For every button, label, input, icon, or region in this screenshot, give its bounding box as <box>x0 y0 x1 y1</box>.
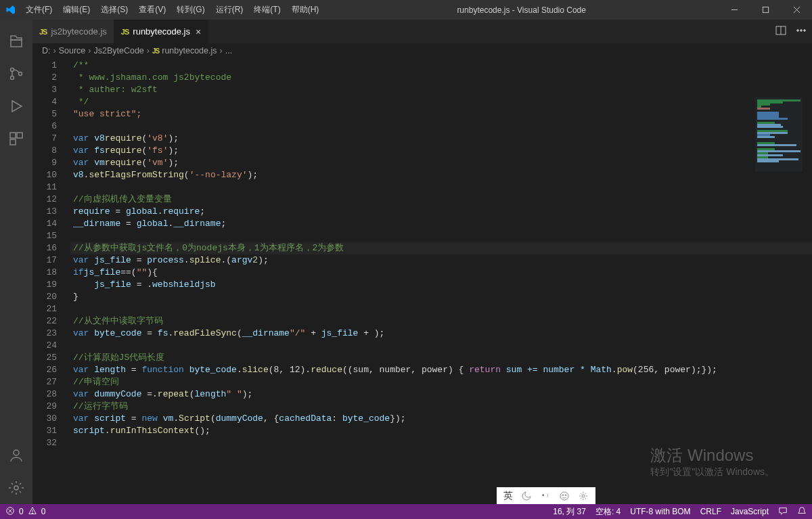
svg-point-21 <box>565 495 566 495</box>
svg-marker-7 <box>12 101 22 112</box>
svg-point-5 <box>11 76 14 80</box>
maximize-button[interactable] <box>750 0 781 20</box>
svg-point-6 <box>19 72 22 76</box>
language-mode[interactable]: JavaScript <box>731 507 769 516</box>
cursor-position[interactable]: 16, 列 37 <box>553 506 586 518</box>
svg-point-17 <box>804 30 806 32</box>
activity-bar <box>0 20 32 504</box>
svg-point-18 <box>543 494 544 495</box>
tab-label: runbytecode.js <box>133 26 190 37</box>
breadcrumb-segment[interactable]: Source <box>59 46 86 55</box>
minimap[interactable] <box>755 97 803 172</box>
svg-point-19 <box>560 492 568 500</box>
code-editor[interactable]: 1234567891011121314151617181920212223242… <box>32 58 812 504</box>
more-actions-icon[interactable] <box>796 25 807 38</box>
ime-settings-icon[interactable] <box>578 491 589 501</box>
breadcrumb-segment[interactable]: ... <box>225 46 232 55</box>
close-button[interactable] <box>781 0 812 20</box>
code-lines[interactable]: /** * www.jshaman.com js2bytecode * auth… <box>70 60 812 449</box>
tab-runbytecode[interactable]: JS runbytecode.js × <box>114 20 208 43</box>
tab-js2bytecode[interactable]: JS js2bytecode.js <box>32 20 114 43</box>
svg-point-11 <box>14 450 19 455</box>
editor-tabs: JS js2bytecode.js JS runbytecode.js × <box>32 20 812 43</box>
close-tab-icon[interactable]: × <box>196 27 201 37</box>
moon-icon[interactable] <box>521 491 532 501</box>
window-title: runbytecode.js - Visual Studio Code <box>324 5 719 15</box>
source-control-icon[interactable] <box>0 58 32 90</box>
breadcrumb-segment[interactable]: Js2ByteCode <box>93 46 143 55</box>
menu-go[interactable]: 转到(G) <box>171 0 210 20</box>
indentation[interactable]: 空格: 4 <box>595 506 621 518</box>
split-editor-icon[interactable] <box>775 25 786 38</box>
menu-run[interactable]: 运行(R) <box>210 0 249 20</box>
svg-rect-10 <box>10 139 16 145</box>
menu-view[interactable]: 查看(V) <box>133 0 171 20</box>
warnings-count[interactable]: 0 <box>41 507 46 516</box>
menu-terminal[interactable]: 终端(T) <box>248 0 286 20</box>
svg-rect-8 <box>10 133 16 138</box>
smiley-icon[interactable] <box>559 491 570 501</box>
svg-point-12 <box>14 486 18 490</box>
ime-toolbar[interactable]: 英 <box>497 487 595 504</box>
menu-bar: 文件(F) 编辑(E) 选择(S) 查看(V) 转到(G) 运行(R) 终端(T… <box>20 0 324 20</box>
errors-count[interactable]: 0 <box>19 507 24 516</box>
status-bar: 0 0 16, 列 37 空格: 4 UTF-8 with BOM CRLF J… <box>0 504 812 519</box>
title-bar: 文件(F) 编辑(E) 选择(S) 查看(V) 转到(G) 运行(R) 终端(T… <box>0 0 812 20</box>
feedback-icon[interactable] <box>778 506 788 518</box>
js-file-icon: JS <box>152 47 159 55</box>
notifications-icon[interactable] <box>797 506 807 518</box>
breadcrumb-segment[interactable]: D: <box>42 46 51 55</box>
account-icon[interactable] <box>0 439 32 472</box>
svg-point-16 <box>800 30 803 32</box>
svg-point-15 <box>797 30 799 32</box>
svg-rect-1 <box>763 7 768 12</box>
line-number-gutter: 1234567891011121314151617181920212223242… <box>32 60 70 449</box>
svg-point-27 <box>32 512 32 513</box>
breadcrumb[interactable]: D:› Source› Js2ByteCode› JS runbytecode.… <box>32 43 812 58</box>
svg-point-4 <box>11 68 14 72</box>
run-debug-icon[interactable] <box>0 90 32 122</box>
eol[interactable]: CRLF <box>700 507 721 516</box>
extensions-icon[interactable] <box>0 122 32 155</box>
window-controls <box>719 0 812 20</box>
js-file-icon: JS <box>39 28 47 36</box>
svg-point-20 <box>562 495 563 495</box>
ime-language[interactable]: 英 <box>503 490 513 502</box>
settings-gear-icon[interactable] <box>0 472 32 504</box>
menu-file[interactable]: 文件(F) <box>20 0 58 20</box>
minimize-button[interactable] <box>719 0 750 20</box>
punctuation-icon[interactable] <box>540 491 551 501</box>
warnings-icon[interactable] <box>28 506 37 518</box>
tab-actions <box>775 20 812 43</box>
tab-label: js2bytecode.js <box>51 26 106 37</box>
menu-select[interactable]: 选择(S) <box>95 0 133 20</box>
svg-rect-9 <box>17 133 22 138</box>
explorer-icon[interactable] <box>0 25 32 58</box>
menu-help[interactable]: 帮助(H) <box>286 0 325 20</box>
breadcrumb-segment[interactable]: runbytecode.js <box>162 46 217 55</box>
vscode-logo-icon <box>5 5 16 16</box>
errors-icon[interactable] <box>5 506 15 518</box>
menu-edit[interactable]: 编辑(E) <box>58 0 95 20</box>
js-file-icon: JS <box>121 28 129 36</box>
svg-point-22 <box>582 495 585 497</box>
encoding[interactable]: UTF-8 with BOM <box>630 507 690 516</box>
